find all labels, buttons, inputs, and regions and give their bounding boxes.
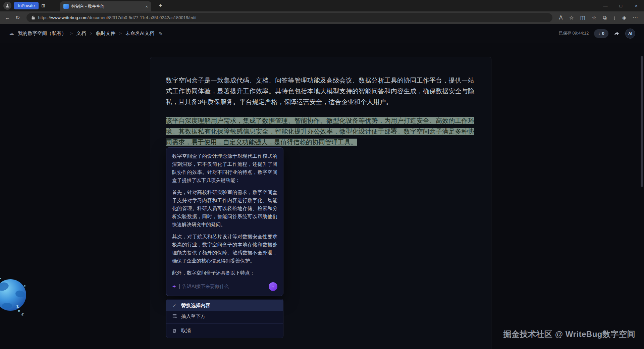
cloud-icon: ☁ bbox=[9, 30, 14, 37]
browser-essentials-icon[interactable]: ◈ bbox=[622, 14, 626, 21]
profile-avatar[interactable] bbox=[3, 2, 11, 10]
menu-item-cancel[interactable]: 取消 bbox=[166, 325, 283, 336]
minimize-button[interactable]: — bbox=[598, 0, 613, 11]
tab-favicon-icon bbox=[63, 4, 69, 9]
menu-divider bbox=[166, 323, 283, 323]
favorite-star-icon[interactable]: ☆ bbox=[569, 14, 574, 21]
ai-generated-paragraph: 其次，对于航天和芯片设计等对数据安全性要求极高的行业，数字空间盒子的本地存储和数… bbox=[172, 233, 277, 265]
trash-icon bbox=[172, 328, 177, 333]
text-caret bbox=[179, 284, 180, 289]
breadcrumb-item-docs[interactable]: 文档 bbox=[76, 30, 86, 37]
app-header: ☁ 我的数字空间（私有） > 文档 > 临时文件 > 未命名AI文档 ✎ 已保存… bbox=[0, 24, 644, 43]
orbit-dot bbox=[0, 278, 1, 279]
breadcrumb-item-temp[interactable]: 临时文件 bbox=[96, 30, 115, 37]
refresh-icon[interactable]: ↻ bbox=[15, 14, 20, 21]
planet-patch bbox=[0, 281, 10, 292]
url-text: https://www.writebug.com/document/8f317d… bbox=[38, 15, 196, 20]
page-scrollbar[interactable] bbox=[641, 56, 643, 187]
sparkle-icon: ✦ bbox=[172, 284, 176, 290]
share-icon bbox=[614, 31, 620, 37]
document-paragraph[interactable]: 该平台深度理解用户需求，集成了数据管理、智能协作、微型化设备等优势，为用户打造安… bbox=[166, 115, 474, 148]
menu-item-label: 取消 bbox=[181, 328, 191, 334]
planet-patch bbox=[15, 290, 25, 298]
share-button[interactable] bbox=[614, 31, 620, 37]
download-count: 0 bbox=[602, 31, 604, 36]
ai-input-placeholder: 告诉AI接下来要做什么 bbox=[182, 284, 229, 290]
editor-page: 数字空间盒子是一款集成代码、文档、问答等管理功能及高级会议、数据分析工具的协同工… bbox=[0, 43, 644, 349]
inprivate-badge: InPrivate bbox=[14, 2, 39, 9]
collections-icon[interactable]: ⧉ bbox=[603, 15, 606, 21]
ai-prompt-input[interactable]: ✦ 告诉AI接下来要做什么 ↑ bbox=[172, 282, 277, 292]
save-status: 已保存 09:44:12 bbox=[559, 31, 589, 36]
send-button[interactable]: ↑ bbox=[269, 282, 277, 291]
menu-item-label: 插入至下方 bbox=[181, 313, 206, 319]
breadcrumb-separator: > bbox=[90, 31, 93, 36]
browser-tab[interactable]: 控制台 - 数字空间 × bbox=[60, 1, 151, 11]
close-button[interactable]: × bbox=[629, 0, 644, 11]
ai-generated-paragraph: 首先，针对高校科研实验室的需求，数字空间盒子支持对学习内容和工作内容进行数字化、… bbox=[172, 188, 277, 229]
header-actions: 已保存 09:44:12 ↓ 0 AI bbox=[559, 29, 635, 39]
address-bar[interactable]: https://www.writebug.com/document/8f317d… bbox=[26, 13, 552, 22]
breadcrumb-item-current-doc[interactable]: 未命名AI文档 bbox=[125, 30, 154, 37]
ai-generated-paragraph: 数字空间盒子的设计理念源于对现代工作模式的深刻洞察，它不仅简化了工作流程，还提升… bbox=[172, 152, 277, 184]
split-screen-icon[interactable]: ◫ bbox=[580, 14, 585, 21]
downloads-icon[interactable]: ↓ bbox=[613, 15, 616, 21]
read-aloud-icon[interactable]: A bbox=[559, 15, 563, 21]
new-tab-button[interactable]: + bbox=[159, 2, 162, 9]
planet-sphere-icon bbox=[0, 279, 26, 311]
mascot-planet[interactable]: z z bbox=[0, 279, 26, 319]
more-menu-icon[interactable]: ⋯ bbox=[633, 14, 638, 21]
orbit-dot bbox=[18, 310, 20, 312]
menu-item-label: 替换选择内容 bbox=[181, 302, 210, 309]
breadcrumb-separator: > bbox=[119, 31, 122, 36]
insert-below-icon bbox=[172, 314, 177, 319]
breadcrumb: ☁ 我的数字空间（私有） > 文档 > 临时文件 > 未命名AI文档 ✎ bbox=[9, 30, 163, 37]
favorites-bar-icon[interactable]: ☆ bbox=[592, 14, 596, 21]
watermark-text: 掘金技术社区 @ WriteBug数字空间 bbox=[503, 329, 635, 340]
sleep-z-glyph: z bbox=[21, 311, 24, 316]
orbit-dot bbox=[24, 285, 25, 287]
ai-action-menu: ✓ 替换选择内容 插入至下方 取消 bbox=[166, 299, 283, 338]
toolbar-actions: A ☆ ◫ ☆ ⧉ ↓ ◈ ⋯ bbox=[559, 14, 639, 21]
back-icon[interactable]: ← bbox=[5, 15, 10, 21]
planet-patch bbox=[2, 303, 12, 309]
person-icon bbox=[5, 3, 10, 8]
tab-strip: InPrivate ⊞ 控制台 - 数字空间 × + — □ × bbox=[0, 0, 644, 11]
window-controls: — □ × bbox=[598, 0, 644, 11]
menu-item-insert-below[interactable]: 插入至下方 bbox=[166, 311, 283, 321]
breadcrumb-separator: > bbox=[70, 31, 73, 36]
tab-title: 控制台 - 数字空间 bbox=[71, 4, 143, 9]
menu-item-replace-selection[interactable]: ✓ 替换选择内容 bbox=[166, 300, 283, 311]
ai-assistant-button[interactable]: AI bbox=[625, 29, 635, 39]
document-paragraph[interactable]: 数字空间盒子是一款集成代码、文档、问答等管理功能及高级会议、数据分析工具的协同工… bbox=[166, 75, 474, 107]
ai-popup-panel: 数字空间盒子的设计理念源于对现代工作模式的深刻洞察，它不仅简化了工作流程，还提升… bbox=[166, 147, 283, 296]
download-icon: ↓ bbox=[598, 31, 600, 36]
document-card[interactable]: 数字空间盒子是一款集成代码、文档、问答等管理功能及高级会议、数据分析工具的协同工… bbox=[150, 57, 491, 349]
check-icon: ✓ bbox=[172, 303, 177, 308]
breadcrumb-item-space[interactable]: 我的数字空间（私有） bbox=[18, 30, 66, 37]
rename-icon[interactable]: ✎ bbox=[159, 31, 163, 36]
tab-close-icon[interactable]: × bbox=[145, 4, 148, 9]
workspaces-icon[interactable]: ⊞ bbox=[41, 3, 45, 8]
selected-text[interactable]: 该平台深度理解用户需求，集成了数据管理、智能协作、微型化设备等优势，为用户打造安… bbox=[166, 117, 474, 146]
ai-generated-paragraph: 此外，数字空间盒子还具备以下特点： bbox=[172, 269, 277, 277]
download-count-button[interactable]: ↓ 0 bbox=[594, 29, 608, 38]
browser-toolbar: ← ↻ https://www.writebug.com/document/8f… bbox=[0, 11, 644, 24]
maximize-button[interactable]: □ bbox=[613, 0, 629, 11]
lock-icon bbox=[31, 15, 35, 20]
